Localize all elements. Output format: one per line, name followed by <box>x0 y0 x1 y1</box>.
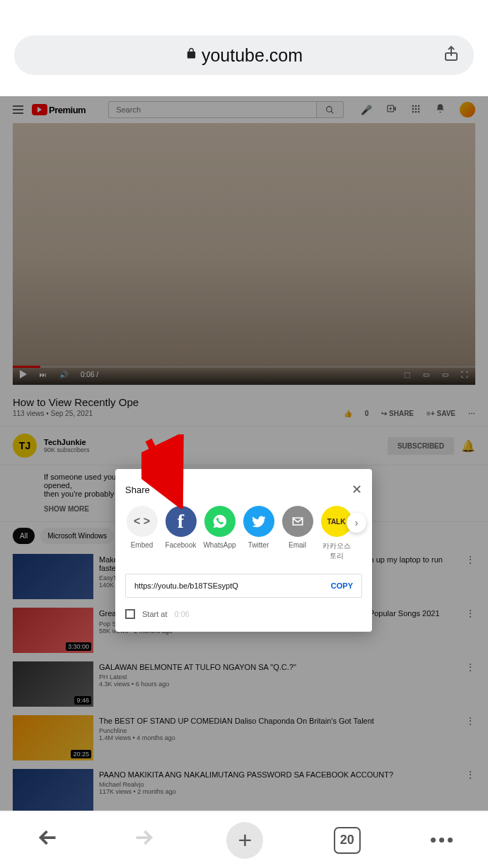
search-input[interactable] <box>109 105 316 114</box>
start-at-label: Start at <box>142 610 167 618</box>
video-item[interactable]: 9:46 GALAWAN BELMONTE AT TULFO NGAYON SA… <box>0 657 488 711</box>
twitter-icon <box>243 506 274 537</box>
channel-avatar[interactable]: TJ <box>13 434 37 458</box>
svg-rect-7 <box>415 105 417 106</box>
scroll-next-icon[interactable]: › <box>347 513 366 533</box>
next-icon[interactable]: ⏭ <box>40 371 47 378</box>
share-kakao[interactable]: TALK 카카오스토리 <box>320 506 353 561</box>
avatar[interactable] <box>460 102 475 117</box>
svg-rect-14 <box>418 110 419 112</box>
video-item[interactable]: PAANO MAKIKITA ANG NAKALIMUTANG PASSWORD… <box>0 765 488 811</box>
bell-icon[interactable]: 🔔 <box>461 439 475 453</box>
share-url-field[interactable]: https://youtu.be/b18TSEsyptQ COPY <box>125 574 362 598</box>
youtube-logo[interactable]: Premium <box>32 104 86 115</box>
bottom-nav: + 20 <box>0 811 488 868</box>
back-icon[interactable] <box>35 825 61 855</box>
channel-subscribers: 90K subscribers <box>44 446 380 453</box>
item-menu-icon[interactable]: ⋮ <box>465 608 475 653</box>
whatsapp-icon <box>204 506 236 537</box>
share-modal: Share ✕ < > Embed f Facebook WhatsApp <box>115 469 372 632</box>
copy-button[interactable]: COPY <box>331 581 353 590</box>
apps-icon[interactable] <box>411 104 421 116</box>
item-menu-icon[interactable]: ⋮ <box>465 661 475 707</box>
svg-line-2 <box>331 111 333 113</box>
video-title: How to View Recently Ope <box>0 385 488 410</box>
create-icon[interactable] <box>386 103 397 116</box>
video-views-date: 113 views • Sep 25, 2021 <box>13 410 93 417</box>
svg-rect-12 <box>412 110 414 112</box>
more-icon[interactable]: ⋯ <box>468 410 475 417</box>
facebook-icon: f <box>165 506 197 537</box>
svg-rect-13 <box>415 110 417 112</box>
share-whatsapp[interactable]: WhatsApp <box>203 506 236 549</box>
channel-name[interactable]: TechJunkie <box>44 438 380 446</box>
svg-rect-6 <box>412 105 414 106</box>
lock-icon <box>185 47 197 63</box>
tabs-button[interactable]: 20 <box>334 827 361 854</box>
thumbnail[interactable]: 20:25 <box>13 715 93 760</box>
close-icon[interactable]: ✕ <box>352 482 362 497</box>
share-url-text: https://youtu.be/b18TSEsyptQ <box>134 581 331 590</box>
video-player[interactable]: ⏭ 🔊 0:06 / ⬚ ▭ ▭ ⛶ <box>13 123 475 385</box>
item-menu-icon[interactable]: ⋮ <box>465 769 475 811</box>
share-twitter[interactable]: Twitter <box>242 506 275 549</box>
subscribe-button[interactable]: SUBSCRIBED <box>388 437 454 455</box>
dislike-button[interactable]: 0 <box>365 410 369 417</box>
url-text: youtube.com <box>202 45 303 66</box>
svg-rect-11 <box>418 108 419 109</box>
yt-header: Premium 🎤 <box>0 96 488 123</box>
item-menu-icon[interactable]: ⋮ <box>465 554 475 599</box>
search-button[interactable] <box>316 102 343 117</box>
thumbnail[interactable]: 3:30:00 <box>13 608 93 653</box>
share-email[interactable]: Email <box>281 506 314 549</box>
share-title: Share <box>125 485 150 495</box>
subtitles-icon[interactable]: ⬚ <box>404 371 410 378</box>
forward-icon[interactable] <box>131 825 156 855</box>
start-at-checkbox[interactable] <box>125 609 135 619</box>
svg-rect-10 <box>415 108 417 109</box>
thumbnail[interactable]: 9:46 <box>13 661 93 707</box>
menu-dots-icon[interactable] <box>431 838 453 843</box>
chip[interactable]: Microsoft Windows <box>40 528 114 544</box>
play-icon[interactable] <box>20 370 27 378</box>
share-button[interactable]: ↪ SHARE <box>381 410 414 417</box>
share-facebook[interactable]: f Facebook <box>164 506 197 549</box>
embed-icon: < > <box>127 506 158 537</box>
like-button[interactable]: 👍 <box>344 410 352 417</box>
chip-all[interactable]: All <box>13 528 35 544</box>
save-button[interactable]: ≡+ SAVE <box>426 410 455 417</box>
svg-rect-8 <box>418 105 419 106</box>
volume-icon[interactable]: 🔊 <box>59 371 68 378</box>
video-item[interactable]: 20:25 The BEST OF STAND UP COMEDIAN Dali… <box>0 711 488 765</box>
share-embed[interactable]: < > Embed <box>125 506 158 549</box>
start-at-time: 0:06 <box>174 610 189 618</box>
svg-rect-9 <box>412 108 414 109</box>
new-tab-icon[interactable]: + <box>226 822 263 859</box>
svg-point-1 <box>327 106 332 112</box>
video-time: 0:06 / <box>81 371 98 378</box>
fullscreen-icon[interactable]: ⛶ <box>461 371 468 378</box>
theater-icon[interactable]: ▭ <box>442 371 448 378</box>
share-system-icon[interactable] <box>443 45 460 66</box>
menu-icon[interactable] <box>13 105 23 114</box>
thumbnail[interactable] <box>13 554 93 599</box>
url-bar[interactable]: youtube.com <box>14 35 474 75</box>
settings-icon[interactable]: ▭ <box>423 371 429 378</box>
email-icon <box>282 506 313 537</box>
start-at-row[interactable]: Start at 0:06 <box>125 609 362 619</box>
search-box[interactable] <box>108 101 344 118</box>
item-menu-icon[interactable]: ⋮ <box>465 715 475 760</box>
notifications-icon[interactable] <box>435 103 446 116</box>
channel-row: TJ TechJunkie 90K subscribers SUBSCRIBED… <box>0 426 488 465</box>
mic-icon[interactable]: 🎤 <box>361 105 372 115</box>
thumbnail[interactable] <box>13 769 93 811</box>
